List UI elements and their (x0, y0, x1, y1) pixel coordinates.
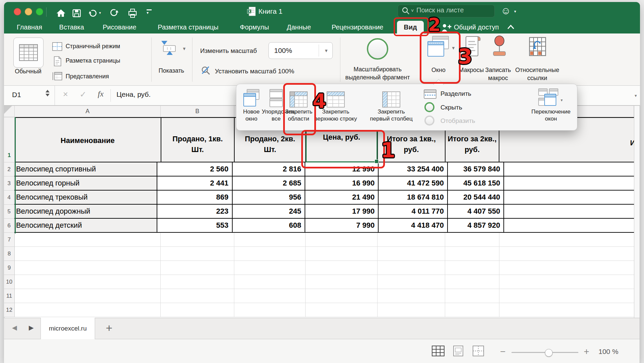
cell[interactable] (161, 275, 234, 289)
cell[interactable]: 2 560 (157, 162, 232, 176)
normal-view-status-icon[interactable] (432, 346, 445, 356)
cell[interactable]: 245 (233, 205, 305, 219)
tab-formulas[interactable]: Формулы (234, 21, 274, 33)
tab-page-layout[interactable]: Разметка страницы (151, 21, 225, 33)
add-sheet-icon[interactable]: + (106, 321, 112, 335)
cell[interactable] (378, 233, 445, 247)
page-break-status-icon[interactable] (473, 346, 484, 356)
cell[interactable] (306, 247, 378, 261)
zoom-dropdown-icon[interactable]: ▼ (324, 48, 328, 53)
zoom-100-button[interactable]: Установить масштаб 100% (215, 68, 294, 75)
cell[interactable] (306, 261, 378, 275)
collapse-ribbon-icon[interactable] (507, 24, 515, 29)
save-icon[interactable] (72, 9, 81, 17)
print-icon[interactable] (128, 8, 137, 18)
customize-toolbar-icon[interactable]: ▾ (147, 9, 152, 14)
cell[interactable]: 21 490 (305, 191, 379, 205)
cell[interactable] (499, 233, 634, 247)
cell[interactable] (15, 261, 161, 275)
cell[interactable] (499, 247, 634, 261)
cell[interactable] (306, 289, 378, 303)
row-header[interactable]: 9 (4, 261, 15, 275)
cell[interactable] (15, 289, 161, 303)
cell[interactable] (378, 275, 445, 289)
sheet-tab-active[interactable]: microexcel.ru (41, 318, 95, 339)
page-break-preview-button[interactable]: Страничный режим (66, 43, 120, 50)
row-header[interactable]: 8 (4, 247, 15, 261)
zoom-slider-thumb[interactable] (545, 349, 553, 357)
show-dropdown-icon[interactable]: ▼ (182, 46, 186, 51)
cell[interactable]: 36 579 840 (448, 162, 504, 176)
cell[interactable] (161, 233, 234, 247)
search-input[interactable]: ˅ Поиск на листе (398, 5, 495, 17)
zoom-select[interactable]: 100% ▼ (268, 42, 333, 59)
feedback-dropdown-icon[interactable]: ▾ (514, 9, 516, 14)
row-header[interactable]: 5 (4, 205, 14, 219)
cell[interactable]: 608 (233, 219, 305, 233)
cell[interactable]: 41 472 590 (379, 176, 448, 191)
row-header[interactable]: 11 (4, 289, 15, 303)
cancel-icon[interactable]: × (63, 89, 68, 99)
cell[interactable]: 4 011 770 (379, 205, 448, 219)
tab-review[interactable]: Рецензирование (327, 21, 388, 33)
cell[interactable] (161, 289, 234, 303)
zoom-percent-label[interactable]: 100 % (598, 348, 619, 356)
cell[interactable]: 956 (233, 191, 305, 205)
cell[interactable] (15, 275, 161, 289)
row-header[interactable]: 4 (4, 191, 14, 205)
cell-b1[interactable]: Продано, 1кв.Шт. (161, 117, 235, 162)
enter-icon[interactable]: ✓ (80, 90, 86, 99)
cell[interactable] (306, 275, 378, 289)
menu-item-hide[interactable]: Скрыть (440, 104, 462, 111)
cell[interactable] (15, 303, 161, 317)
cell[interactable]: 2 441 (157, 176, 232, 191)
home-icon[interactable] (56, 9, 66, 17)
page-layout-status-icon[interactable] (453, 346, 464, 356)
row-header[interactable]: 10 (4, 275, 15, 289)
cell[interactable]: 6 (504, 162, 634, 176)
menu-item-freeze-first-column[interactable]: Закрепитьпервый столбец (361, 87, 421, 122)
feedback-smiley-icon[interactable]: ☺ (501, 5, 511, 16)
zoom-out-icon[interactable]: − (500, 346, 505, 357)
cell[interactable] (234, 261, 306, 275)
cell[interactable] (499, 303, 634, 317)
cell[interactable] (504, 205, 634, 219)
cell[interactable]: 7 990 (305, 219, 379, 233)
tab-data[interactable]: Данные (282, 21, 316, 33)
insert-function-icon[interactable]: fx (98, 89, 103, 98)
cell[interactable] (499, 289, 634, 303)
cell[interactable] (161, 247, 234, 261)
zoom-in-icon[interactable]: + (584, 346, 589, 357)
cell[interactable]: 17 990 (305, 205, 379, 219)
cell[interactable]: 3 (504, 191, 634, 205)
cell[interactable] (445, 303, 499, 317)
row-header[interactable]: 6 (4, 219, 14, 233)
name-box-spinner-icon[interactable] (46, 90, 50, 96)
formula-bar-expand-icon[interactable]: ▾ (635, 93, 637, 98)
relative-references-label-2[interactable]: ссылки (508, 75, 567, 82)
menu-item-switch-windows[interactable]: ▾ Переключениеокон (524, 87, 578, 122)
prev-sheet-icon[interactable]: ◀ (12, 324, 17, 332)
cell[interactable] (445, 261, 499, 275)
cell[interactable] (445, 289, 499, 303)
cell[interactable] (378, 303, 445, 317)
show-button-label[interactable]: Показать (151, 67, 191, 74)
cell[interactable] (445, 233, 499, 247)
next-sheet-icon[interactable]: ▶ (29, 324, 34, 332)
relative-references-label-1[interactable]: Относительные (508, 67, 567, 74)
undo-icon[interactable] (88, 9, 98, 18)
cell[interactable]: 20 544 440 (448, 191, 504, 205)
cell[interactable]: 2 816 (233, 162, 305, 176)
minimize-window-button[interactable] (25, 8, 32, 15)
cell[interactable] (378, 261, 445, 275)
name-box[interactable]: D1 (4, 86, 55, 105)
cell[interactable] (234, 289, 306, 303)
row-header[interactable]: 7 (4, 233, 15, 247)
row-header[interactable]: 12 (4, 303, 15, 317)
vertical-scrollbar[interactable] (634, 106, 640, 318)
cell[interactable] (161, 303, 234, 317)
cell[interactable] (306, 233, 378, 247)
cell[interactable] (15, 233, 161, 247)
cell[interactable]: 4 407 550 (448, 205, 504, 219)
row-header[interactable]: 3 (4, 176, 14, 191)
